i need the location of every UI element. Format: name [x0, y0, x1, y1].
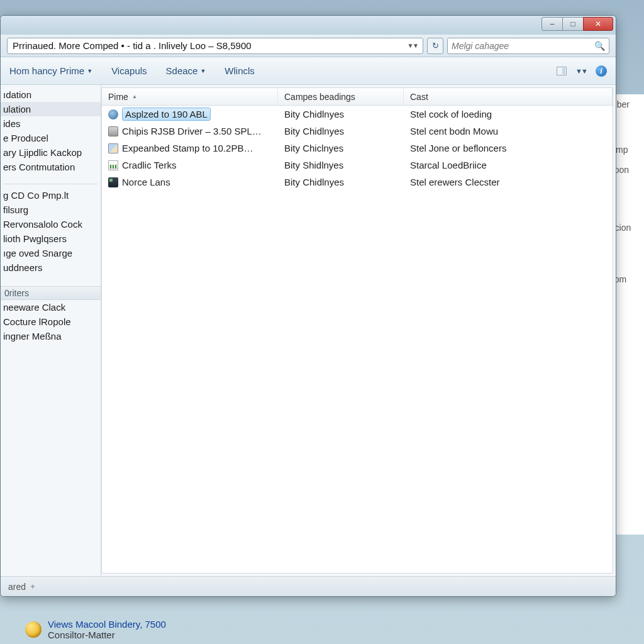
maximize-icon: □ — [570, 19, 575, 28]
column-label: Pime — [108, 92, 128, 102]
cell-campes: Bity Chidlnyes — [278, 177, 404, 187]
globe-icon — [108, 109, 118, 119]
disk-icon — [108, 126, 118, 136]
help-icon[interactable]: i — [596, 65, 607, 77]
sidebar-item[interactable]: ingner Meßna — [1, 329, 101, 343]
sidebar-item[interactable]: ers Contmutation — [1, 160, 101, 174]
sidebar-item[interactable]: ides — [1, 116, 101, 131]
device-icon — [108, 177, 118, 187]
close-button[interactable]: ✕ — [583, 17, 613, 31]
cell-cast: Starcal LoedBriice — [404, 160, 613, 170]
image-icon — [108, 143, 118, 153]
address-text: Prrinaued. More Comped • - tid a . Inliv… — [13, 40, 252, 51]
taskbar-item[interactable]: Views Macool Bindery, 7500 Consiltor-Mat… — [25, 619, 166, 640]
file-name: Cradlic Terks — [122, 160, 176, 170]
navigation-sidebar[interactable]: ıdation ulation ides e Producel ary Ljip… — [1, 85, 101, 576]
body-split: ıdation ulation ides e Producel ary Ljip… — [1, 85, 616, 576]
column-header-cast[interactable]: Cast — [404, 88, 613, 105]
search-icon[interactable]: 🔍 — [594, 41, 605, 51]
cell-campes: Bity Chidlnyes — [278, 109, 404, 119]
taskbar-line2: Consiltor-Matter — [48, 630, 166, 640]
status-text: ared — [8, 582, 26, 592]
sidebar-group-header[interactable]: 0riters — [1, 286, 101, 300]
sidebar-item[interactable]: uddneers — [1, 260, 101, 275]
close-icon: ✕ — [595, 19, 601, 28]
column-label: Campes beadings — [284, 92, 355, 102]
sidebar-item[interactable]: filsurg — [1, 203, 101, 217]
file-list-pane: Pime ▲ Campes beadings Cast Asplzed to 1… — [101, 87, 613, 574]
chevron-down-icon: ▼ — [87, 68, 92, 74]
cell-campes: Bity Chidlnyes — [278, 126, 404, 136]
menu-label: Vicapuls — [111, 65, 147, 76]
taskbar-shield-icon — [25, 621, 42, 638]
search-input[interactable] — [452, 41, 594, 51]
sidebar-item[interactable]: neeware Clack — [1, 300, 101, 314]
file-name: Asplzed to 190 ABL — [122, 108, 211, 121]
address-bar-row: Prrinaued. More Comped • - tid a . Inliv… — [1, 35, 616, 57]
taskbar-text: Views Macool Bindery, 7500 Consiltor-Mat… — [48, 619, 166, 640]
table-row[interactable]: Norce Lans Bity Chidlnyes Stel erewers C… — [102, 174, 613, 191]
favorite-star-icon[interactable]: ✦ — [30, 582, 36, 591]
refresh-icon: ↻ — [432, 41, 439, 50]
table-row[interactable]: Cradlic Terks Bity Shidlnyes Starcal Loe… — [102, 157, 613, 174]
maximize-button[interactable]: □ — [562, 17, 584, 31]
address-bar[interactable]: Prrinaued. More Comped • - tid a . Inliv… — [7, 38, 423, 54]
toolbar: Hom hancy Prime ▼ Vicapuls Sdeace ▼ Wlin… — [1, 57, 616, 85]
sidebar-item[interactable]: Cocture lRopole — [1, 314, 101, 329]
sidebar-item[interactable]: ulation — [1, 102, 101, 116]
sidebar-item[interactable]: ıge oved Snarge — [1, 246, 101, 260]
taskbar-line1: Views Macool Bindery, 7500 — [48, 619, 166, 630]
chart-icon — [108, 160, 118, 170]
address-dropdown-icon[interactable]: ▼ ▼ — [407, 42, 418, 49]
caption-button-group: – □ ✕ — [542, 17, 613, 31]
preview-pane-icon[interactable] — [557, 67, 567, 75]
menu-label: Hom hancy Prime — [9, 65, 84, 76]
sidebar-item[interactable]: g CD Co Pmp.lt — [1, 188, 101, 203]
sidebar-item[interactable]: e Producel — [1, 131, 101, 145]
sidebar-item[interactable]: ıdation — [1, 87, 101, 102]
titlebar[interactable]: – □ ✕ — [1, 16, 616, 35]
file-name: Norce Lans — [122, 177, 170, 187]
column-header-name[interactable]: Pime ▲ — [102, 88, 278, 105]
cell-campes: Bity Chiclnyes — [278, 143, 404, 153]
file-rows[interactable]: Asplzed to 190 ABL Bity Chidlnyes Stel c… — [102, 106, 613, 573]
refresh-button[interactable]: ↻ — [427, 38, 443, 54]
column-headers: Pime ▲ Campes beadings Cast — [102, 88, 613, 106]
sort-indicator-icon: ▲ — [132, 94, 137, 99]
sidebar-separator — [3, 178, 98, 184]
menu-label: Wlincls — [225, 65, 255, 76]
cell-campes: Bity Shidlnyes — [278, 160, 404, 170]
search-box[interactable]: 🔍 — [447, 38, 609, 54]
menu-hom-hancy-prime[interactable]: Hom hancy Prime ▼ — [9, 65, 92, 76]
table-row[interactable]: Chipis RJSB Driver – 3.50 SPL… Bity Chid… — [102, 123, 613, 140]
status-bar: ared ✦ — [1, 576, 616, 596]
views-dropdown-icon[interactable]: ▼▼ — [575, 65, 587, 77]
menu-label: Sdeace — [166, 65, 198, 76]
column-header-campes[interactable]: Campes beadings — [278, 88, 404, 105]
column-label: Cast — [410, 92, 428, 102]
cell-cast: Stel Jone or befloncers — [404, 143, 613, 153]
toolbar-right-icons: ▼▼ i — [557, 65, 607, 77]
minimize-button[interactable]: – — [541, 17, 563, 31]
cell-cast: Stel cent bodn Mowu — [404, 126, 613, 136]
table-row[interactable]: Asplzed to 190 ABL Bity Chidlnyes Stel c… — [102, 106, 613, 123]
explorer-window: – □ ✕ Prrinaued. More Comped • - tid a .… — [0, 15, 616, 597]
menu-vicapuls[interactable]: Vicapuls — [111, 65, 147, 76]
cell-cast: Stel cock of loeding — [404, 109, 613, 119]
sidebar-item[interactable]: ary Ljipdlic Kackop — [1, 145, 101, 160]
sidebar-item[interactable]: lioth Pwglqsers — [1, 231, 101, 246]
menu-wlincls[interactable]: Wlincls — [225, 65, 255, 76]
file-name: Expeanbed Stamp to 10.2PB… — [122, 143, 253, 153]
table-row[interactable]: Expeanbed Stamp to 10.2PB… Bity Chiclnye… — [102, 140, 613, 157]
sidebar-item[interactable]: Rervonsalolo Cock — [1, 217, 101, 231]
file-name: Chipis RJSB Driver – 3.50 SPL… — [122, 126, 262, 136]
minimize-icon: – — [550, 19, 555, 28]
cell-cast: Stel erewers Clecster — [404, 177, 613, 187]
chevron-down-icon: ▼ — [200, 68, 206, 74]
menu-sdeace[interactable]: Sdeace ▼ — [166, 65, 206, 76]
